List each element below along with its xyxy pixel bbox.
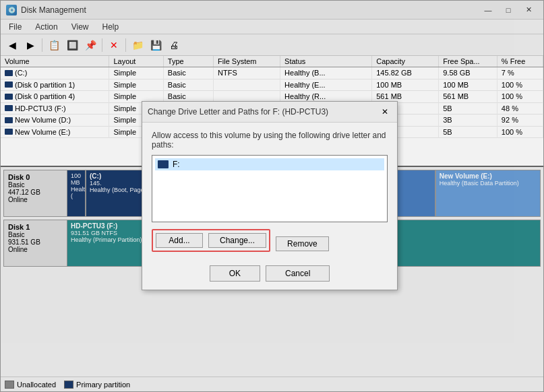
add-button[interactable]: Add... <box>156 233 203 248</box>
dialog-title-bar: Change Drive Letter and Paths for F: (HD… <box>142 102 397 123</box>
dialog-ok-row: OK Cancel <box>152 265 388 282</box>
drive-path-listbox[interactable]: F: <box>152 155 388 222</box>
dialog-close-button[interactable]: ✕ <box>378 106 392 118</box>
change-drive-dialog: Change Drive Letter and Paths for F: (HD… <box>142 101 398 290</box>
drive-letter: F: <box>173 160 180 169</box>
dialog-body: Allow access to this volume by using the… <box>142 123 397 290</box>
drive-icon <box>158 160 169 168</box>
drive-path-item[interactable]: F: <box>155 158 384 170</box>
dialog-title: Change Drive Letter and Paths for F: (HD… <box>148 107 328 117</box>
dialog-description: Allow access to this volume by using the… <box>152 131 388 150</box>
remove-button[interactable]: Remove <box>276 236 329 251</box>
ok-button[interactable]: OK <box>210 265 260 282</box>
cancel-button[interactable]: Cancel <box>266 265 330 282</box>
dialog-overlay: Change Drive Letter and Paths for F: (HD… <box>0 0 544 392</box>
dialog-action-buttons: Add... Change... <box>152 229 270 252</box>
change-button[interactable]: Change... <box>208 233 266 248</box>
